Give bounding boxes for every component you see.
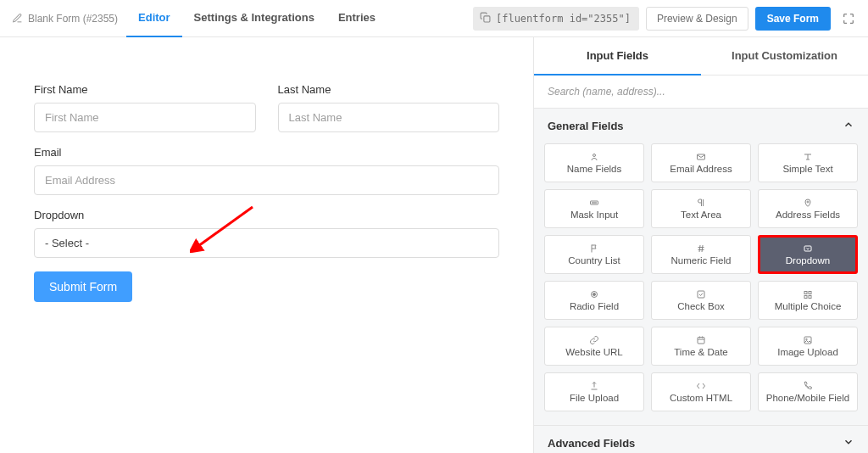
accordion-general-label: General Fields	[548, 120, 624, 132]
pencil-icon[interactable]	[12, 13, 23, 24]
tile-label: File Upload	[570, 393, 619, 403]
tile-label: Image Upload	[777, 347, 838, 357]
tab-entries[interactable]: Entries	[326, 0, 387, 37]
tile-time-date[interactable]: Time & Date	[651, 327, 751, 366]
svg-rect-0	[484, 15, 490, 21]
field-last-name[interactable]: Last Name	[278, 83, 500, 132]
mask-icon	[588, 198, 600, 208]
tile-country-list[interactable]: Country List	[544, 235, 644, 274]
field-email[interactable]: Email	[34, 146, 499, 195]
form-title[interactable]: Blank Form (#2355)	[28, 13, 118, 25]
text-icon	[802, 152, 814, 162]
input-last-name[interactable]	[278, 103, 500, 132]
svg-line-11	[699, 245, 700, 252]
svg-point-6	[594, 203, 595, 204]
tile-label: Website URL	[565, 347, 623, 357]
tile-check-box[interactable]: Check Box	[651, 281, 751, 320]
tile-label: Numeric Field	[671, 255, 732, 266]
tile-file-upload[interactable]: File Upload	[544, 372, 644, 411]
shortcode-box[interactable]: [fluentform id="2355"]	[473, 7, 639, 31]
svg-line-12	[702, 245, 703, 252]
editor-pane: First Name Last Name Email Dropdown - Se…	[0, 37, 533, 453]
top-tabs: Editor Settings & Integrations Entries	[126, 0, 387, 37]
select-dropdown[interactable]: - Select -	[34, 228, 499, 258]
tile-label: Phone/Mobile Field	[766, 393, 849, 403]
link-icon	[588, 335, 600, 345]
tile-label: Check Box	[677, 301, 725, 311]
field-dropdown[interactable]: Dropdown - Select -	[34, 209, 499, 258]
tile-text-area[interactable]: Text Area	[651, 189, 751, 228]
fullscreen-icon[interactable]	[837, 8, 860, 30]
svg-rect-21	[698, 338, 704, 344]
tab-settings[interactable]: Settings & Integrations	[182, 0, 326, 37]
accordion-general[interactable]: General Fields	[534, 109, 868, 143]
tile-dropdown[interactable]: Dropdown	[758, 235, 858, 274]
tile-website-url[interactable]: Website URL	[544, 327, 644, 366]
svg-rect-13	[804, 246, 811, 251]
field-first-name[interactable]: First Name	[34, 83, 256, 132]
svg-point-8	[807, 201, 809, 203]
tile-name-fields[interactable]: Name Fields	[544, 143, 644, 182]
calendar-icon	[695, 335, 707, 345]
preview-button[interactable]: Preview & Design	[646, 7, 748, 31]
save-button[interactable]: Save Form	[755, 7, 831, 31]
svg-rect-16	[698, 291, 704, 298]
panel-search	[534, 76, 868, 109]
panel-tabs: Input Fields Input Customization	[534, 37, 868, 76]
tile-simple-text[interactable]: Simple Text	[758, 143, 858, 182]
submit-button[interactable]: Submit Form	[34, 271, 132, 302]
flag-icon	[588, 243, 600, 254]
svg-rect-20	[809, 296, 811, 299]
tile-label: Multiple Choice	[775, 301, 842, 311]
label-dropdown: Dropdown	[34, 209, 499, 221]
tile-label: Dropdown	[786, 255, 830, 266]
svg-rect-25	[804, 337, 811, 344]
svg-point-5	[593, 203, 593, 204]
panel-tab-input-fields[interactable]: Input Fields	[534, 37, 701, 76]
topbar-right: [fluentform id="2355"] Preview & Design …	[473, 7, 865, 31]
tile-label: Address Fields	[776, 210, 840, 220]
tile-numeric-field[interactable]: Numeric Field	[651, 235, 751, 274]
label-last-name: Last Name	[278, 83, 500, 96]
copy-icon	[480, 12, 491, 25]
mail-icon	[695, 152, 707, 162]
tile-label: Name Fields	[567, 164, 622, 174]
checkbox-icon	[695, 289, 707, 299]
tile-label: Text Area	[681, 210, 721, 220]
tile-label: Simple Text	[782, 164, 832, 174]
svg-point-15	[593, 294, 596, 296]
hash-icon	[695, 243, 707, 254]
label-email: Email	[34, 146, 499, 159]
dropdown-icon	[802, 243, 814, 254]
upload-icon	[588, 381, 600, 391]
input-email[interactable]	[34, 165, 499, 195]
form-title-wrap: Blank Form (#2355)	[3, 13, 126, 25]
image-icon	[802, 335, 814, 345]
paragraph-icon	[695, 198, 707, 208]
label-first-name: First Name	[34, 83, 256, 96]
main: First Name Last Name Email Dropdown - Se…	[0, 37, 868, 453]
accordion-advanced-label: Advanced Fields	[548, 437, 635, 450]
tile-label: Custom HTML	[670, 393, 732, 403]
svg-rect-17	[804, 292, 807, 294]
panel-tab-customization[interactable]: Input Customization	[701, 37, 868, 76]
tile-image-upload[interactable]: Image Upload	[758, 327, 858, 366]
tile-phone-mobile[interactable]: Phone/Mobile Field	[758, 372, 858, 411]
tile-custom-html[interactable]: Custom HTML	[651, 372, 751, 411]
input-first-name[interactable]	[34, 103, 256, 132]
search-input[interactable]	[534, 76, 868, 108]
name-row: First Name Last Name	[34, 49, 499, 146]
tile-radio-field[interactable]: Radio Field	[544, 281, 644, 320]
tile-mask-input[interactable]: Mask Input	[544, 189, 644, 228]
accordion-advanced[interactable]: Advanced Fields	[534, 425, 868, 453]
tile-multiple-choice[interactable]: Multiple Choice	[758, 281, 858, 320]
tile-email-address[interactable]: Email Address	[651, 143, 751, 182]
topbar: Blank Form (#2355) Editor Settings & Int…	[0, 0, 868, 37]
tab-editor[interactable]: Editor	[126, 0, 182, 37]
chevron-down-icon	[843, 436, 854, 450]
svg-rect-18	[809, 292, 811, 294]
tile-address-fields[interactable]: Address Fields	[758, 189, 858, 228]
shortcode-text: [fluentform id="2355"]	[496, 13, 631, 25]
location-icon	[802, 198, 814, 208]
code-icon	[695, 381, 707, 391]
